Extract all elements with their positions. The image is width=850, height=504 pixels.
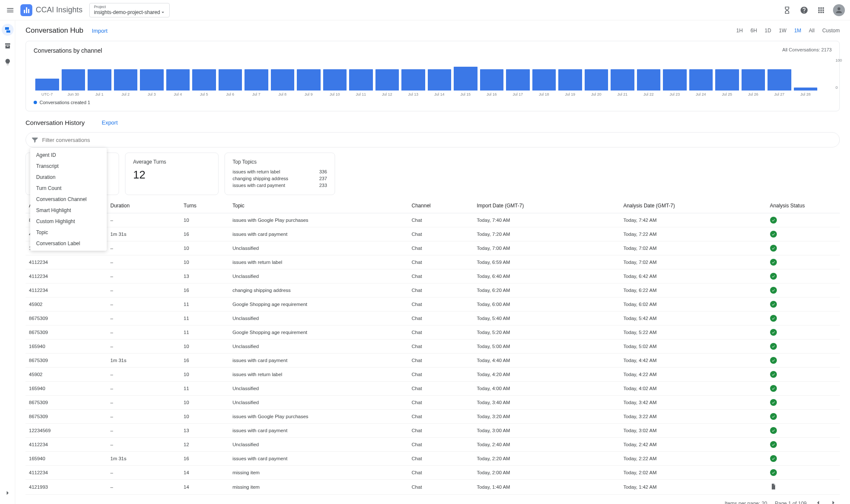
apps-grid-icon[interactable] — [816, 5, 826, 15]
filter-option[interactable]: Turn Count — [30, 183, 107, 194]
avg-turns-card: Average Turns 12 — [125, 153, 219, 195]
chart-bar: Jul 26 — [742, 69, 765, 96]
hamburger-menu-icon[interactable] — [5, 5, 15, 15]
help-icon[interactable] — [799, 5, 809, 15]
filter-option[interactable]: Conversation Label — [30, 238, 107, 249]
status-ok-icon — [770, 287, 777, 294]
app-logo-icon — [20, 4, 32, 16]
filter-option[interactable]: Custom Highlight — [30, 216, 107, 227]
table-row[interactable]: 4121993–14missing itemChatToday, 1:40 AM… — [26, 480, 840, 495]
sidebar-item-archive[interactable] — [2, 40, 14, 52]
status-ok-icon — [770, 231, 777, 238]
filter-input[interactable] — [42, 137, 834, 143]
column-header[interactable]: Duration — [107, 198, 180, 213]
history-title: Conversation History — [26, 119, 85, 126]
table-row[interactable]: 12234569–13issues with card paymentChatT… — [26, 424, 840, 438]
table-row[interactable]: 4112234–12UnclassifiedChatToday, 2:40 AM… — [26, 438, 840, 452]
status-ok-icon — [770, 469, 777, 476]
chart-bar: Jul 27 — [768, 69, 791, 96]
chart-bar: Jul 6 — [219, 69, 242, 96]
filter-option[interactable]: Agent ID — [30, 150, 107, 161]
time-range-picker: 1H6H1D1W1MAllCustom — [736, 28, 840, 34]
time-range-1w[interactable]: 1W — [779, 28, 787, 34]
time-range-all[interactable]: All — [809, 28, 814, 34]
table-row[interactable]: 41122341m 31s16issues with card paymentC… — [26, 227, 840, 241]
table-row[interactable]: 8675309–11UnclassifiedChatToday, 5:40 AM… — [26, 311, 840, 326]
import-button[interactable]: Import — [92, 28, 108, 34]
chart-bar: Jul 23 — [663, 69, 687, 96]
sidebar-item-conversations[interactable] — [2, 24, 14, 36]
time-range-6h[interactable]: 6H — [751, 28, 757, 34]
chart-bar: Jul 21 — [611, 69, 634, 96]
filter-option[interactable]: Duration — [30, 172, 107, 183]
filter-option[interactable]: Smart Highlight — [30, 205, 107, 216]
chart-bar: Jul 10 — [323, 69, 347, 96]
time-range-1h[interactable]: 1H — [736, 28, 743, 34]
table-row[interactable]: 8675309–10issues with Google Play purcha… — [26, 213, 840, 227]
chart-bar: Jul 19 — [558, 69, 582, 96]
chart-bar: Jul 3 — [140, 69, 164, 96]
table-row[interactable]: 4112234–14missing itemChatToday, 2:00 AM… — [26, 466, 840, 480]
table-row[interactable]: 8675309–10UnclassifiedChatToday, 3:40 AM… — [26, 396, 840, 410]
column-header[interactable]: Channel — [408, 198, 473, 213]
project-selector[interactable]: Project insights-demo-project-shared — [89, 3, 170, 17]
status-ok-icon — [770, 273, 777, 280]
column-header[interactable]: Analysis Status — [767, 198, 840, 213]
prev-page-button[interactable] — [814, 499, 822, 504]
chart-legend: Conversations created 1 — [34, 100, 832, 105]
top-topics-label: Top Topics — [233, 159, 327, 165]
chart-bar: Jul 1 — [88, 69, 111, 96]
table-row[interactable]: 165940–10UnclassifiedChatToday, 5:00 AMT… — [26, 340, 840, 354]
chart-bar: Jul 13 — [401, 69, 425, 96]
table-row[interactable]: 165940–10UnclassifiedChatToday, 7:00 AMT… — [26, 241, 840, 255]
avg-turns-value: 12 — [133, 168, 210, 181]
table-row[interactable]: 86753091m 31s16issues with card paymentC… — [26, 354, 840, 368]
status-ok-icon — [770, 357, 777, 364]
chart-bar: Jul 20 — [585, 69, 608, 96]
table-row[interactable]: 45902–11Google Shopping age requirementC… — [26, 297, 840, 311]
all-conversations-count: All Conversations: 2173 — [782, 47, 832, 52]
chart-bar: Jul 28 — [794, 88, 818, 96]
status-ok-icon — [770, 315, 777, 322]
column-header[interactable]: Import Date (GMT-7) — [473, 198, 620, 213]
table-row[interactable]: 8675309–10issues with Google Play purcha… — [26, 410, 840, 424]
status-ok-icon — [770, 413, 777, 420]
table-row[interactable]: 1659401m 31s16issues with card paymentCh… — [26, 452, 840, 466]
table-row[interactable]: 4112234–16changing shipping addressChatT… — [26, 283, 840, 297]
table-row[interactable]: 4112234–13UnclassifiedChatToday, 6:40 AM… — [26, 269, 840, 283]
sidebar-item-highlights[interactable] — [2, 56, 14, 68]
filter-bar[interactable]: Agent IDTranscriptDurationTurn CountConv… — [26, 132, 840, 147]
per-page-value[interactable]: 20 — [762, 501, 767, 504]
filter-option[interactable]: Conversation Channel — [30, 194, 107, 205]
column-header[interactable]: Turns — [180, 198, 229, 213]
sidebar-expand-icon[interactable] — [2, 487, 14, 499]
status-ok-icon — [770, 455, 777, 462]
time-range-1m[interactable]: 1M — [794, 28, 802, 34]
project-label: Project — [94, 5, 166, 9]
filter-option[interactable]: Topic — [30, 227, 107, 238]
column-header[interactable]: Topic — [229, 198, 408, 213]
status-ok-icon — [770, 371, 777, 378]
document-icon — [770, 486, 777, 491]
export-button[interactable]: Export — [102, 119, 118, 126]
table-row[interactable]: 165940–11UnclassifiedChatToday, 4:00 AMT… — [26, 382, 840, 396]
legend-label: Conversations created 1 — [40, 100, 90, 105]
chart-bar: Jul 12 — [375, 69, 399, 96]
table-row[interactable]: 45902–10issues with return labelChatToda… — [26, 368, 840, 382]
chart-bar: Jul 8 — [271, 69, 295, 96]
per-page-label: Items per page: — [725, 501, 760, 504]
conversations-chart: UTC-7Jun 30Jul 1Jul 2Jul 3Jul 4Jul 5Jul … — [34, 58, 819, 96]
filter-option[interactable]: Transcript — [30, 161, 107, 172]
chart-bar: Jul 11 — [349, 69, 373, 96]
status-ok-icon — [770, 427, 777, 434]
next-page-button[interactable] — [830, 499, 837, 504]
table-row[interactable]: 8675309–11Google Shopping age requiremen… — [26, 326, 840, 340]
table-row[interactable]: 4112234–10issues with return labelChatTo… — [26, 255, 840, 269]
hourglass-icon[interactable] — [782, 5, 792, 15]
time-range-custom[interactable]: Custom — [822, 28, 840, 34]
column-header[interactable]: Analysis Date (GMT-7) — [620, 198, 767, 213]
time-range-1d[interactable]: 1D — [765, 28, 771, 34]
user-avatar[interactable] — [833, 4, 845, 16]
chart-bar: Jul 9 — [297, 69, 321, 96]
table-pager: Items per page: 20 Page 1 of 109 — [15, 495, 850, 504]
